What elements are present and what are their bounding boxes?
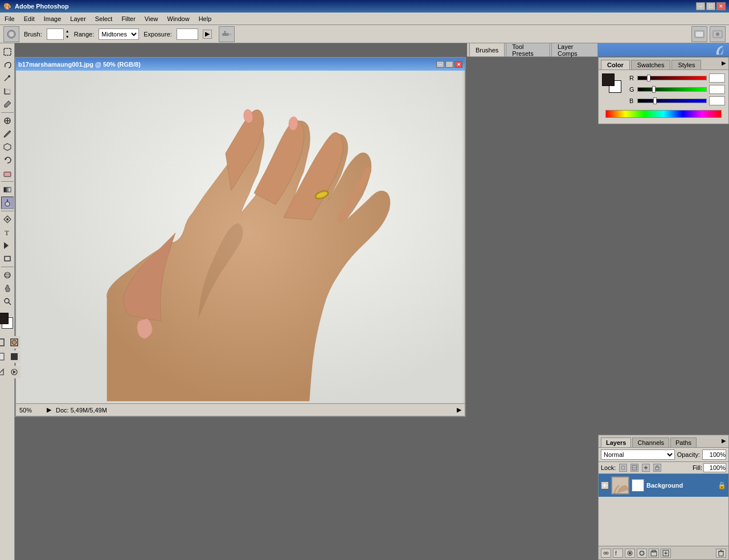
clone-stamp-tool[interactable] <box>1 141 14 153</box>
r-value-input[interactable]: 35 <box>709 73 725 83</box>
tab-layers[interactable]: Layers <box>601 438 631 447</box>
color-panel-menu-btn[interactable]: ▶ <box>722 60 726 66</box>
jump-to-imageready[interactable] <box>8 366 21 378</box>
add-style-btn[interactable]: f <box>613 549 623 558</box>
layer-visibility-eye[interactable]: 👁 <box>601 481 609 489</box>
range-select[interactable]: Midtones Shadows Highlights <box>99 28 139 40</box>
tab-layer-comps[interactable]: Layer Comps <box>551 43 598 56</box>
quick-mask-btn[interactable] <box>8 336 21 349</box>
image-close-btn[interactable]: ✕ <box>454 61 462 68</box>
history-brush-tool[interactable] <box>1 154 14 166</box>
brush-size-input[interactable]: 65 <box>47 28 64 40</box>
tab-styles[interactable]: Styles <box>671 60 701 70</box>
delete-layer-btn[interactable] <box>716 549 726 558</box>
link-layers-btn[interactable] <box>601 549 611 558</box>
lock-position-btn[interactable] <box>642 464 650 472</box>
airbrush-toggle[interactable] <box>219 26 235 42</box>
b-slider-thumb[interactable] <box>653 97 657 104</box>
menu-help[interactable]: Help <box>194 14 216 23</box>
b-slider-row: B 58 <box>629 96 725 105</box>
exposure-slider-btn[interactable]: ▶ <box>203 30 212 39</box>
svg-point-54 <box>606 552 608 554</box>
scroll-right-btn[interactable]: ▶ <box>457 406 461 414</box>
g-value-input[interactable]: 53 <box>709 85 725 94</box>
menu-layer[interactable]: Layer <box>65 14 91 23</box>
tab-channels[interactable]: Channels <box>632 438 669 447</box>
r-slider-thumb[interactable] <box>647 75 650 81</box>
new-adjustment-layer-btn[interactable] <box>637 549 647 558</box>
new-layer-btn[interactable] <box>661 549 671 558</box>
layers-panel-menu-btn[interactable]: ▶ <box>722 438 726 444</box>
dodge-tool[interactable] <box>1 197 14 209</box>
lock-all-btn[interactable] <box>653 464 661 472</box>
tab-swatches[interactable]: Swatches <box>631 60 671 70</box>
menu-filter[interactable]: Filter <box>117 14 140 23</box>
image-maximize-btn[interactable]: □ <box>445 61 453 68</box>
brush-size-down[interactable]: ▼ <box>65 34 69 40</box>
rectangular-marquee-tool[interactable] <box>1 46 14 58</box>
pen-tool[interactable] <box>1 213 14 226</box>
b-label: B <box>629 97 635 104</box>
foreground-color-swatch[interactable] <box>0 313 9 324</box>
hand-tool[interactable] <box>1 282 14 295</box>
close-button[interactable]: ✕ <box>716 2 726 10</box>
extra-options-btn[interactable] <box>710 26 726 42</box>
image-minimize-btn[interactable]: ─ <box>436 61 444 68</box>
magic-wand-tool[interactable] <box>1 72 14 84</box>
title-bar: 🎨 Adobe Photoshop ─ □ ✕ <box>0 0 729 13</box>
minimize-button[interactable]: ─ <box>696 2 705 10</box>
brush-size-up[interactable]: ▲ <box>65 28 69 34</box>
type-tool[interactable]: T <box>1 226 14 239</box>
status-menu-arrow[interactable]: ▶ <box>47 406 51 414</box>
g-slider-track[interactable] <box>637 87 707 92</box>
healing-brush-tool[interactable] <box>1 115 14 127</box>
brush-tool[interactable] <box>1 128 14 140</box>
maximize-button[interactable]: □ <box>706 2 715 10</box>
tab-color[interactable]: Color <box>601 60 630 70</box>
r-slider-track[interactable] <box>637 76 707 80</box>
g-slider-thumb[interactable] <box>652 86 656 93</box>
palette-icon-btn[interactable] <box>691 26 707 42</box>
eraser-tool[interactable] <box>1 167 14 179</box>
svg-rect-67 <box>719 551 723 556</box>
lock-transparent-btn[interactable] <box>619 464 627 472</box>
menu-edit[interactable]: Edit <box>19 14 39 23</box>
color-spectrum-bar[interactable] <box>605 110 722 118</box>
b-slider-track[interactable] <box>637 99 707 103</box>
menu-window[interactable]: Window <box>163 14 194 23</box>
menu-select[interactable]: Select <box>91 14 117 23</box>
svg-rect-14 <box>6 89 10 94</box>
lock-image-btn[interactable] <box>630 464 638 472</box>
tab-paths[interactable]: Paths <box>670 438 697 447</box>
fill-input[interactable] <box>703 463 726 472</box>
standard-screen-btn[interactable] <box>0 350 7 363</box>
path-selection-tool[interactable] <box>1 239 14 252</box>
shape-tool[interactable] <box>1 252 14 265</box>
opacity-input[interactable] <box>702 449 726 460</box>
svg-text:f: f <box>615 550 617 557</box>
b-value-input[interactable]: 58 <box>709 96 725 105</box>
menu-view[interactable]: View <box>140 14 163 23</box>
3d-rotate-tool[interactable] <box>1 269 14 281</box>
gradient-tool[interactable] <box>1 183 14 196</box>
svg-marker-39 <box>13 370 16 374</box>
crop-tool[interactable] <box>1 85 14 97</box>
menu-file[interactable]: File <box>0 14 19 23</box>
lasso-tool[interactable] <box>1 59 14 71</box>
exposure-input[interactable]: 50% <box>177 28 198 40</box>
new-group-btn[interactable] <box>649 549 659 558</box>
add-mask-btn[interactable] <box>625 549 635 558</box>
tab-tool-presets[interactable]: Tool Presets <box>506 43 550 56</box>
tab-brushes[interactable]: Brushes <box>469 43 505 56</box>
layer-background-row[interactable]: 👁 Background 🔒 <box>599 474 728 497</box>
zoom-tool[interactable] <box>1 295 14 308</box>
blend-mode-select[interactable]: Normal Dissolve Multiply <box>601 449 675 460</box>
full-screen-btn[interactable] <box>8 350 21 363</box>
foreground-color-box[interactable] <box>602 73 615 86</box>
menu-image[interactable]: Image <box>39 14 66 23</box>
eyedropper-tool[interactable] <box>1 98 14 111</box>
svg-text:T: T <box>5 228 9 237</box>
slice-select-tool[interactable] <box>0 366 7 378</box>
tool-preset-picker[interactable] <box>3 26 19 42</box>
standard-mode-btn[interactable] <box>0 336 7 349</box>
